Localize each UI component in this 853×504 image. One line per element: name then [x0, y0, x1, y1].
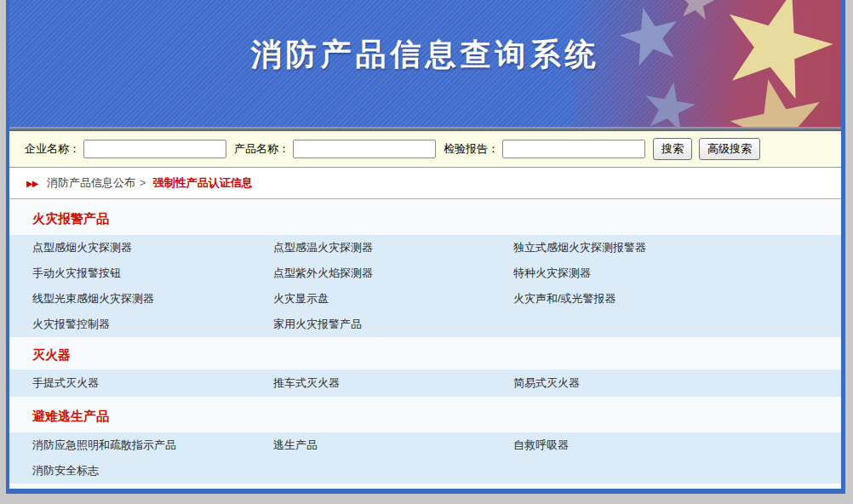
product-name-input[interactable] [293, 140, 436, 158]
header-banner: 消防产品信息查询系统 [9, 0, 841, 127]
category-link[interactable]: 消防应急照明和疏散指示产品 [32, 432, 273, 458]
category-link[interactable]: 点型紫外火焰探测器 [273, 261, 513, 286]
category-link[interactable]: 消防安全标志 [32, 458, 273, 484]
category-link[interactable]: 独立式感烟火灾探测报警器 [513, 235, 841, 261]
flag-star-icon [674, 0, 718, 25]
flag-star-icon [638, 77, 700, 127]
page-container: 消防产品信息查询系统 企业名称： 产品名称： 检验报告： 搜索 高级搜索 ▶▶ … [6, 0, 845, 494]
breadcrumb: ▶▶ 消防产品信息公布 > 强制性产品认证信息 [9, 168, 841, 199]
inspection-report-label: 检验报告： [444, 141, 499, 157]
company-name-label: 企业名称： [25, 141, 80, 157]
company-name-input[interactable] [83, 140, 226, 158]
section-items-fire-alarm: 点型感烟火灾探测器 点型感温火灾探测器 独立式感烟火灾探测报警器 手动火灾报警按… [9, 235, 841, 337]
category-link[interactable]: 自救呼吸器 [513, 432, 841, 458]
category-link[interactable]: 点型感温火灾探测器 [273, 235, 513, 261]
breadcrumb-separator: > [140, 176, 146, 189]
section-header-fire-alarm: 火灾报警产品 [9, 199, 841, 235]
section-items-extinguisher: 手提式灭火器 推车式灭火器 简易式灭火器 [9, 369, 841, 397]
section-items-escape: 消防应急照明和疏散指示产品 逃生产品 自救呼吸器 消防安全标志 [9, 432, 841, 484]
category-link[interactable]: 家用火灾报警产品 [273, 312, 513, 337]
product-name-label: 产品名称： [234, 141, 289, 157]
search-bar: 企业名称： 产品名称： 检验报告： 搜索 高级搜索 [9, 131, 841, 168]
category-link[interactable]: 手动火灾报警按钮 [32, 261, 273, 286]
category-link[interactable]: 简易式灭火器 [513, 370, 841, 396]
category-link[interactable]: 逃生产品 [273, 432, 513, 458]
breadcrumb-arrows-icon: ▶▶ [26, 179, 37, 188]
section-header-escape: 避难逃生产品 [9, 397, 841, 432]
category-link[interactable]: 火灾显示盘 [273, 286, 513, 312]
search-button[interactable]: 搜索 [653, 138, 692, 160]
breadcrumb-root-link[interactable]: 消防产品信息公布 [47, 176, 135, 189]
inspection-report-input[interactable] [502, 140, 645, 158]
page-title: 消防产品信息查询系统 [9, 34, 841, 76]
category-link[interactable]: 火灾声和/或光警报器 [513, 286, 841, 312]
advanced-search-button[interactable]: 高级搜索 [699, 138, 760, 160]
category-link[interactable]: 火灾报警控制器 [32, 312, 273, 337]
category-link[interactable]: 推车式灭火器 [273, 370, 513, 396]
category-link[interactable]: 点型感烟火灾探测器 [32, 235, 273, 261]
category-link[interactable]: 手提式灭火器 [32, 370, 273, 396]
category-link[interactable]: 线型光束感烟火灾探测器 [32, 286, 273, 312]
category-link[interactable]: 特种火灾探测器 [513, 261, 841, 286]
breadcrumb-current: 强制性产品认证信息 [153, 176, 253, 189]
section-header-extinguisher: 灭火器 [9, 337, 841, 369]
